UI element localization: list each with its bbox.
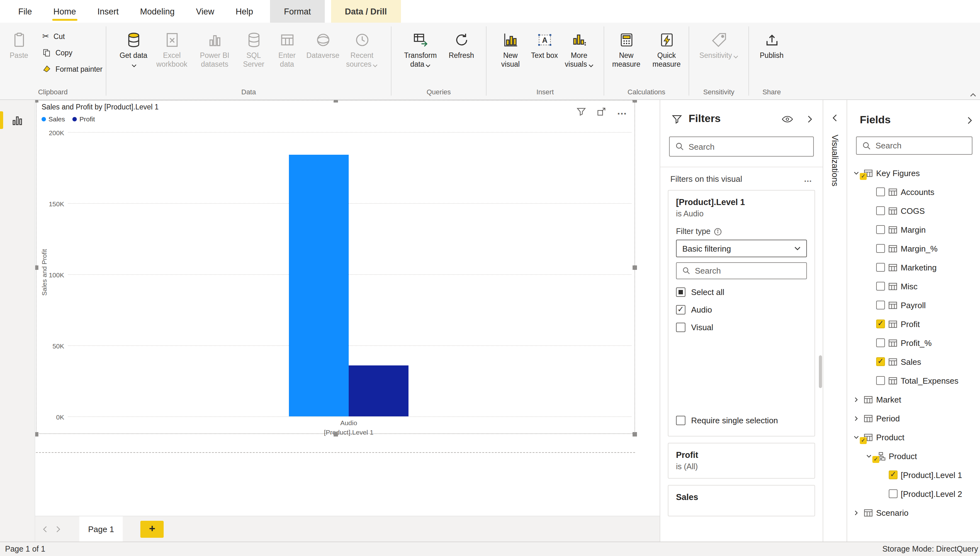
get-data-button[interactable]: Get data [117,26,151,71]
fields-search[interactable] [856,136,972,155]
field-row[interactable]: ✓ Marketing [847,258,980,277]
excel-workbook-button[interactable]: Excel workbook [152,26,192,71]
more-visuals-button[interactable]: More visuals [561,26,597,71]
collapse-ribbon-icon[interactable] [970,93,976,97]
field-row[interactable]: ✓ Margin_% [847,239,980,258]
field-checkbox[interactable] [889,489,897,498]
filter-type-dropdown[interactable]: Basic filtering [676,240,807,257]
tab-format[interactable]: Format [270,0,325,23]
field-row[interactable]: ✓ Margin [847,220,980,239]
field-checkbox[interactable] [876,244,885,253]
filter-card-search-input[interactable] [695,266,800,275]
field-row[interactable]: ✓ Profit_% [847,333,980,352]
filter-value-checkbox[interactable] [676,287,685,297]
field-checkbox[interactable] [876,206,885,215]
filter-card-sales[interactable]: Sales [668,485,815,516]
filter-card-search[interactable] [676,262,807,279]
enter-data-button[interactable]: Enter data [271,26,303,71]
require-single-selection-checkbox[interactable] [676,415,685,425]
field-row[interactable]: ✓ Total_Expenses [847,371,980,390]
field-row[interactable]: ✓ Misc [847,277,980,296]
refresh-button[interactable]: Refresh [444,26,479,62]
expand-visualizations-icon[interactable] [832,114,838,122]
visual-filter-icon[interactable] [577,107,586,116]
collapse-filters-icon[interactable] [807,115,813,123]
prev-page-icon[interactable] [43,525,47,532]
menu-view[interactable]: View [185,0,225,23]
chart-bar[interactable] [289,155,349,416]
field-row[interactable]: ✓ Payroll [847,296,980,315]
chart-bar[interactable] [349,365,408,416]
recent-sources-button[interactable]: Recent sources [343,26,381,71]
field-checkbox[interactable] [876,338,885,347]
new-measure-button[interactable]: New measure [607,26,646,71]
sql-server-button[interactable]: SQL Server [237,26,270,71]
field-row[interactable]: ✓ Period [847,409,980,428]
resize-handle[interactable] [35,432,38,436]
filter-value-checkbox[interactable] [676,305,685,314]
field-row[interactable]: ✓ Product [847,428,980,446]
resize-handle[interactable] [334,432,338,436]
text-box-button[interactable]: A Text box [529,26,560,62]
field-checkbox[interactable] [876,357,885,366]
publish-button[interactable]: Publish [754,26,789,62]
field-row[interactable]: ✓ COGS [847,201,980,220]
focus-mode-icon[interactable] [597,107,606,116]
filter-value-checkbox[interactable] [676,322,685,332]
filter-value-row[interactable]: Audio [676,301,807,318]
quick-measure-button[interactable]: Quick measure [647,26,686,71]
field-checkbox[interactable] [876,263,885,272]
resize-handle[interactable] [35,100,38,102]
report-canvas[interactable]: Sales and Profit by [Product].Level 1 Sa… [35,100,659,516]
field-chevron-icon[interactable] [852,395,860,404]
field-checkbox[interactable] [876,301,885,309]
format-painter-button[interactable]: Format painter [39,62,106,76]
field-row[interactable]: ✓ Accounts [847,183,980,201]
eye-icon[interactable] [782,115,793,122]
field-chevron-icon[interactable] [852,414,860,422]
transform-data-button[interactable]: Transform data [398,26,442,71]
field-checkbox[interactable] [889,470,897,479]
bar-chart-visual[interactable]: Sales and Profit by [Product].Level 1 Sa… [36,100,635,434]
resize-handle[interactable] [633,265,637,270]
power-bi-datasets-button[interactable]: Power BI datasets [193,26,236,71]
next-page-icon[interactable] [56,525,60,532]
field-row[interactable]: ✓ [Product].Level 2 [847,484,980,503]
field-checkbox[interactable] [876,282,885,291]
resize-handle[interactable] [633,432,637,436]
more-options-icon[interactable]: … [617,106,628,117]
copy-button[interactable]: Copy [39,46,106,59]
resize-handle[interactable] [633,100,637,102]
filters-search[interactable] [669,136,814,157]
menu-home[interactable]: Home [43,0,87,23]
filter-value-row[interactable]: Select all [676,283,807,301]
field-chevron-icon[interactable] [852,433,860,441]
section-more-options-icon[interactable]: … [804,174,813,184]
resize-handle[interactable] [334,100,338,102]
filter-card-product-level1[interactable]: [Product].Level 1 is Audio Filter type B… [668,190,815,436]
field-chevron-icon[interactable] [852,169,860,177]
resize-handle[interactable] [35,265,38,270]
filter-card-profit[interactable]: Profit is (All) [668,443,815,478]
field-checkbox[interactable] [876,225,885,234]
menu-help[interactable]: Help [225,0,264,23]
field-row[interactable]: ✓ Product [847,446,980,465]
field-checkbox[interactable] [876,376,885,385]
field-checkbox[interactable] [876,320,885,328]
fields-search-input[interactable] [876,141,966,150]
dataverse-button[interactable]: Dataverse [304,26,342,62]
field-row[interactable]: ✓ Market [847,390,980,409]
field-chevron-icon[interactable] [865,452,873,460]
filter-value-row[interactable]: Visual [676,318,807,336]
field-row[interactable]: ✓ Sales [847,352,980,371]
cut-button[interactable]: ✂ Cut [39,29,106,43]
filters-search-input[interactable] [688,142,808,151]
field-row[interactable]: ✓ Scenario [847,503,980,522]
info-icon[interactable] [714,227,722,236]
menu-file[interactable]: File [8,0,43,23]
require-single-selection-row[interactable]: Require single selection [676,411,807,429]
field-chevron-icon[interactable] [852,509,860,517]
new-visual-button[interactable]: New visual [493,26,528,71]
paste-button[interactable]: Paste [0,26,38,62]
field-row[interactable]: ✓ Profit [847,315,980,333]
